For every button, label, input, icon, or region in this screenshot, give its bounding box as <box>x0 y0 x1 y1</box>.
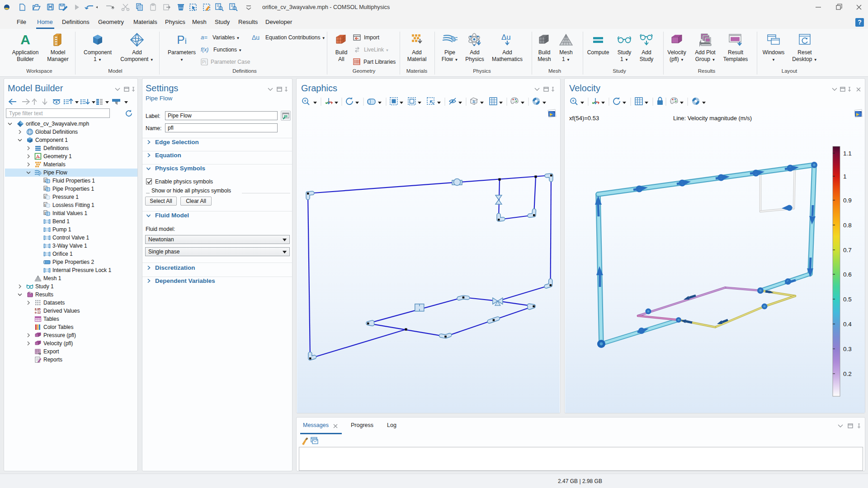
svg-text:0.6: 0.6 <box>843 271 852 278</box>
svg-text:1.1: 1.1 <box>843 150 852 157</box>
svg-text:0.5: 0.5 <box>843 296 852 303</box>
svg-text:0.8: 0.8 <box>843 222 852 229</box>
svg-text:a=: a= <box>201 34 208 41</box>
svg-text:0.4: 0.4 <box>843 321 852 328</box>
svg-text:f(x): f(x) <box>201 47 208 53</box>
svg-text:0.2: 0.2 <box>843 371 852 377</box>
svg-text:0.7: 0.7 <box>843 247 852 253</box>
svg-text:1: 1 <box>843 173 847 180</box>
svg-text:Pi: Pi <box>202 60 206 65</box>
svg-text:0.3: 0.3 <box>843 346 852 352</box>
svg-text:0.9: 0.9 <box>843 197 852 204</box>
svg-text:Δu: Δu <box>501 33 511 42</box>
svg-text:Δu: Δu <box>252 34 259 41</box>
